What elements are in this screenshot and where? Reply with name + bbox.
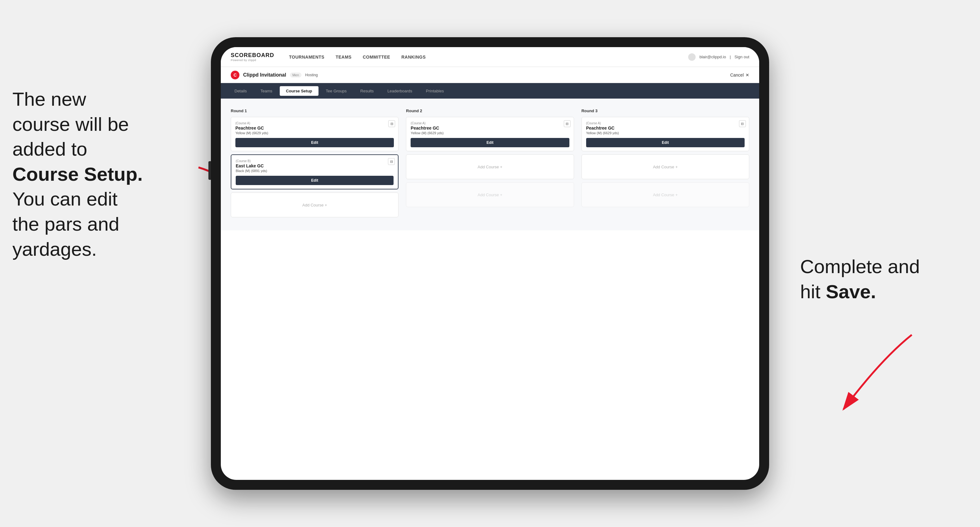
tournament-logo-icon: C xyxy=(231,71,239,79)
round1-course-a-edit-button[interactable]: Edit xyxy=(235,138,394,147)
round-3-label: Round 3 xyxy=(581,108,749,113)
round2-course-a-delete-icon[interactable]: ⊟ xyxy=(564,120,571,127)
nav-separator: | xyxy=(730,54,731,59)
cancel-button[interactable]: Cancel ✕ xyxy=(730,73,749,78)
tablet-screen: SCOREBOARD Powered by clippd TOURNAMENTS… xyxy=(221,47,759,480)
rounds-grid: Round 1 ⊟ (Course A) Peachtree GC Yellow… xyxy=(231,108,749,221)
cancel-icon: ✕ xyxy=(746,73,749,78)
right-annotation-line1: Complete and xyxy=(800,256,920,277)
sub-header: C Clippd Invitational Men Hosting Cancel… xyxy=(221,67,759,83)
nav-committee[interactable]: COMMITTEE xyxy=(363,53,390,61)
right-annotation-line2: hit xyxy=(800,281,826,302)
round3-course-a-delete-icon[interactable]: ⊟ xyxy=(739,120,746,127)
annotation-bold: Course Setup. xyxy=(13,163,143,185)
gender-badge: Men xyxy=(290,73,301,78)
nav-right: blair@clippd.io | Sign out xyxy=(688,53,749,61)
avatar xyxy=(688,53,695,61)
scoreboard-logo: SCOREBOARD Powered by clippd xyxy=(231,52,274,62)
nav-teams[interactable]: TEAMS xyxy=(336,53,352,61)
round3-course-a-tag: (Course A) xyxy=(586,122,745,125)
round-1-label: Round 1 xyxy=(231,108,399,113)
nav-rankings[interactable]: RANKINGS xyxy=(401,53,426,61)
round2-add-course-label: Add Course + xyxy=(477,165,503,169)
user-email: blair@clippd.io xyxy=(699,54,726,59)
round1-course-b-tee: Black (M) (6891 yds) xyxy=(236,169,393,173)
round2-course-a-tag: (Course A) xyxy=(410,122,569,125)
top-nav: SCOREBOARD Powered by clippd TOURNAMENTS… xyxy=(221,47,759,67)
round1-course-b-tag: (Course B) xyxy=(236,159,393,163)
logo-title: SCOREBOARD xyxy=(231,52,274,59)
tab-leaderboards[interactable]: Leaderboards xyxy=(381,86,418,96)
round1-course-a-delete-icon[interactable]: ⊟ xyxy=(388,120,395,127)
round-2-column: Round 2 ⊟ (Course A) Peachtree GC Yellow… xyxy=(406,108,574,221)
sign-out-link[interactable]: Sign out xyxy=(734,54,749,59)
tab-printables[interactable]: Printables xyxy=(420,86,450,96)
right-arrow-icon xyxy=(819,322,931,422)
round1-course-a-name: Peachtree GC xyxy=(235,125,394,130)
logo-subtitle: Powered by clippd xyxy=(231,59,274,62)
tablet-frame: SCOREBOARD Powered by clippd TOURNAMENTS… xyxy=(211,37,769,490)
right-annotation: Complete and hit Save. xyxy=(800,254,961,304)
tab-tee-groups[interactable]: Tee Groups xyxy=(320,86,353,96)
round3-add-course-label-2: Add Course + xyxy=(653,192,678,197)
annotation-line2: course will be xyxy=(13,113,129,135)
round2-add-course-button-2: Add Course + xyxy=(406,182,574,207)
round3-course-a-tee: Yellow (M) (6629 yds) xyxy=(586,131,745,135)
tab-results[interactable]: Results xyxy=(354,86,380,96)
annotation-line5: the pars and xyxy=(13,213,119,235)
round3-add-course-button[interactable]: Add Course + xyxy=(581,154,749,179)
tab-course-setup[interactable]: Course Setup xyxy=(280,86,318,96)
round1-course-a-tag: (Course A) xyxy=(235,122,394,125)
annotation-line1: The new xyxy=(13,88,86,110)
round1-course-a-tee: Yellow (M) (6629 yds) xyxy=(235,131,394,135)
round1-course-b-edit-button[interactable]: Edit xyxy=(236,176,393,185)
round2-course-a-card: ⊟ (Course A) Peachtree GC Yellow (M) (66… xyxy=(406,117,574,151)
round3-course-a-edit-button[interactable]: Edit xyxy=(586,138,745,147)
round1-course-b-name: East Lake GC xyxy=(236,163,393,168)
tournament-info: C Clippd Invitational Men Hosting xyxy=(231,71,318,79)
round2-course-a-edit-button[interactable]: Edit xyxy=(410,138,569,147)
round3-add-course-label: Add Course + xyxy=(653,165,678,169)
round1-course-b-card: ⊟ (Course B) East Lake GC Black (M) (689… xyxy=(231,154,399,189)
tab-details[interactable]: Details xyxy=(228,86,253,96)
tournament-name: Clippd Invitational xyxy=(243,72,286,78)
round2-course-a-tee: Yellow (M) (6629 yds) xyxy=(410,131,569,135)
round2-course-a-name: Peachtree GC xyxy=(410,125,569,130)
round1-course-b-delete-icon[interactable]: ⊟ xyxy=(388,158,395,165)
round-3-column: Round 3 ⊟ (Course A) Peachtree GC Yellow… xyxy=(581,108,749,221)
round3-course-a-card: ⊟ (Course A) Peachtree GC Yellow (M) (66… xyxy=(581,117,749,151)
left-annotation: The new course will be added to Course S… xyxy=(13,87,205,262)
round2-add-course-button[interactable]: Add Course + xyxy=(406,154,574,179)
round1-course-a-card: ⊟ (Course A) Peachtree GC Yellow (M) (66… xyxy=(231,117,399,151)
hosting-badge: Hosting xyxy=(305,73,318,77)
right-annotation-bold: Save. xyxy=(826,281,876,302)
nav-links: TOURNAMENTS TEAMS COMMITTEE RANKINGS xyxy=(289,53,688,61)
round2-add-course-label-2: Add Course + xyxy=(477,192,503,197)
round1-add-course-button[interactable]: Add Course + xyxy=(231,192,399,217)
tab-teams[interactable]: Teams xyxy=(254,86,278,96)
annotation-line4: You can edit xyxy=(13,188,118,210)
round-1-column: Round 1 ⊟ (Course A) Peachtree GC Yellow… xyxy=(231,108,399,221)
round1-add-course-label: Add Course + xyxy=(302,203,327,207)
round3-add-course-button-2: Add Course + xyxy=(581,182,749,207)
annotation-line6: yardages. xyxy=(13,238,97,260)
tab-bar: Details Teams Course Setup Tee Groups Re… xyxy=(221,83,759,98)
nav-tournaments[interactable]: TOURNAMENTS xyxy=(289,53,325,61)
cancel-label: Cancel xyxy=(730,73,744,78)
annotation-line3: added to xyxy=(13,138,87,160)
round3-course-a-name: Peachtree GC xyxy=(586,125,745,130)
main-content: Round 1 ⊟ (Course A) Peachtree GC Yellow… xyxy=(221,98,759,230)
round-2-label: Round 2 xyxy=(406,108,574,113)
